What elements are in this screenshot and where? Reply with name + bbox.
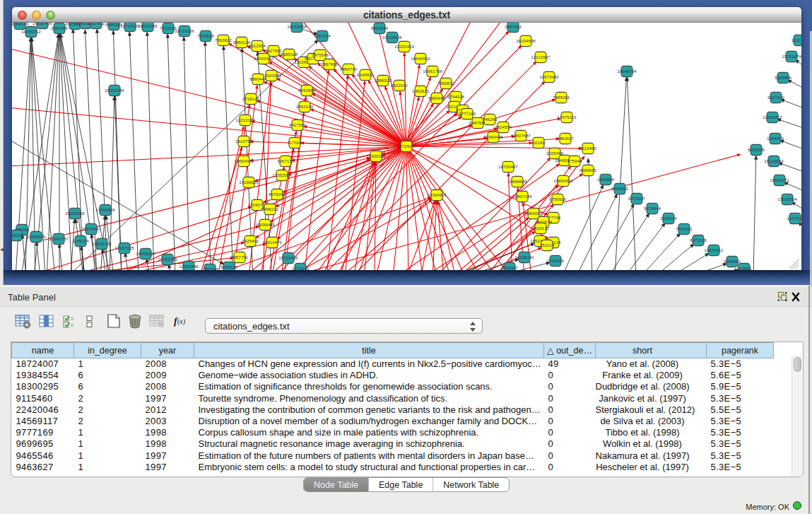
svg-text:9498222: 9498222 <box>261 206 279 211</box>
svg-text:17359928: 17359928 <box>95 207 115 212</box>
svg-text:16961758: 16961758 <box>423 69 442 74</box>
svg-text:9463627: 9463627 <box>557 136 575 141</box>
svg-text:8322032: 8322032 <box>391 83 408 88</box>
svg-text:2091406: 2091406 <box>51 25 69 30</box>
svg-text:6794028: 6794028 <box>447 94 465 99</box>
svg-text:18807249: 18807249 <box>512 194 532 199</box>
svg-text:7832621: 7832621 <box>676 226 693 231</box>
svg-text:1610755: 1610755 <box>235 139 253 144</box>
svg-text:7625402: 7625402 <box>242 238 259 243</box>
svg-text:1733427: 1733427 <box>501 265 519 270</box>
svg-text:9146821: 9146821 <box>357 72 375 77</box>
svg-text:18640910: 18640910 <box>411 56 430 61</box>
svg-text:2718126: 2718126 <box>242 96 260 101</box>
svg-text:10975867: 10975867 <box>81 226 101 231</box>
svg-text:17957225: 17957225 <box>114 245 134 250</box>
svg-text:20691406: 20691406 <box>33 23 52 25</box>
svg-text:7485083: 7485083 <box>553 95 570 100</box>
svg-text:20206556: 20206556 <box>65 211 85 216</box>
svg-text:1362615: 1362615 <box>412 88 430 93</box>
svg-text:1733426: 1733426 <box>547 258 565 263</box>
svg-text:8454749: 8454749 <box>340 66 358 71</box>
svg-text:16099489: 16099489 <box>255 222 275 227</box>
svg-text:7955812: 7955812 <box>437 81 455 86</box>
svg-text:15716485: 15716485 <box>278 255 298 260</box>
svg-text:12213303: 12213303 <box>235 117 255 122</box>
svg-text:1615132: 1615132 <box>532 226 550 230</box>
svg-text:13353594: 13353594 <box>272 173 292 177</box>
svg-text:2803144: 2803144 <box>296 104 314 109</box>
svg-text:8990448: 8990448 <box>428 95 446 100</box>
svg-text:1145194: 1145194 <box>72 238 89 243</box>
svg-text:8813054: 8813054 <box>371 25 389 30</box>
svg-text:9777169: 9777169 <box>459 111 476 116</box>
svg-text:9474444: 9474444 <box>644 206 661 211</box>
svg-text:10654933: 10654933 <box>234 158 254 163</box>
svg-text:19218506: 19218506 <box>382 35 402 40</box>
svg-text:18724007: 18724007 <box>396 144 416 148</box>
svg-text:9242848: 9242848 <box>298 88 316 93</box>
svg-text:1571649: 1571649 <box>292 266 310 270</box>
svg-text:924565: 924565 <box>737 266 752 270</box>
svg-text:9329966: 9329966 <box>775 75 792 80</box>
svg-text:17975115: 17975115 <box>557 115 577 119</box>
svg-text:9699695: 9699695 <box>579 168 597 173</box>
svg-text:1527602: 1527602 <box>88 23 105 25</box>
svg-text:8678342: 8678342 <box>269 192 286 197</box>
svg-text:15751074: 15751074 <box>782 54 801 59</box>
svg-text:8471626: 8471626 <box>690 238 707 243</box>
svg-text:7357274: 7357274 <box>314 33 331 38</box>
svg-text:10807487: 10807487 <box>511 133 531 138</box>
svg-text:9084067: 9084067 <box>525 211 543 216</box>
svg-text:9827502: 9827502 <box>265 48 283 53</box>
svg-text:1112734: 1112734 <box>791 37 801 42</box>
svg-text:16914479: 16914479 <box>262 240 282 245</box>
svg-text:1292345: 1292345 <box>201 267 219 270</box>
svg-text:7515536: 7515536 <box>197 33 215 38</box>
svg-text:9245652: 9245652 <box>724 259 741 264</box>
svg-text:3824554: 3824554 <box>495 124 512 129</box>
svg-text:8933923: 8933923 <box>611 186 629 191</box>
svg-text:7663822: 7663822 <box>215 37 233 42</box>
svg-text:9115460: 9115460 <box>579 146 596 151</box>
svg-text:16648784: 16648784 <box>617 69 637 74</box>
svg-text:10543362: 10543362 <box>254 56 273 61</box>
svg-text:17016504: 17016504 <box>777 197 797 201</box>
svg-text:10688609: 10688609 <box>507 179 527 184</box>
svg-text:18720407: 18720407 <box>498 164 518 169</box>
svg-text:2875546: 2875546 <box>312 52 329 57</box>
svg-text:417006: 417006 <box>288 140 302 145</box>
svg-text:10719156: 10719156 <box>175 28 194 33</box>
svg-text:10654112: 10654112 <box>704 247 724 252</box>
svg-text:15692971: 15692971 <box>770 177 789 182</box>
svg-text:(x): (x) <box>177 317 186 326</box>
svg-text:8215955: 8215955 <box>748 147 765 152</box>
svg-text:6879197: 6879197 <box>628 196 646 201</box>
svg-text:9227342: 9227342 <box>767 95 785 100</box>
svg-text:11156829: 11156829 <box>27 234 46 239</box>
svg-text:16033809: 16033809 <box>287 24 307 29</box>
svg-text:3267130: 3267130 <box>277 158 295 163</box>
svg-text:16210643: 16210643 <box>764 158 784 163</box>
svg-text:12213967: 12213967 <box>531 54 551 59</box>
svg-text:10719155: 10719155 <box>120 23 140 28</box>
svg-text:10958107: 10958107 <box>136 251 155 256</box>
svg-text:12923448: 12923448 <box>179 264 199 269</box>
svg-text:9890448: 9890448 <box>249 76 267 81</box>
svg-text:9860124: 9860124 <box>233 40 251 45</box>
svg-text:62160: 62160 <box>532 140 545 145</box>
svg-text:1640954: 1640954 <box>597 177 615 182</box>
svg-text:2867608: 2867608 <box>321 62 339 66</box>
svg-text:9756928: 9756928 <box>549 197 567 201</box>
svg-text:252214: 252214 <box>540 243 555 247</box>
svg-text:9857791: 9857791 <box>231 255 249 259</box>
svg-text:1244419: 1244419 <box>767 136 784 141</box>
svg-text:1167533: 1167533 <box>787 216 801 221</box>
svg-text:19654923: 19654923 <box>553 178 573 183</box>
svg-text:8427552: 8427552 <box>289 122 307 127</box>
svg-text:1588520: 1588520 <box>375 78 392 83</box>
svg-text:18300295: 18300295 <box>366 153 386 158</box>
svg-text:13325419: 13325419 <box>394 44 414 49</box>
svg-text:975944: 975944 <box>567 158 582 163</box>
svg-text:16671355: 16671355 <box>138 23 158 28</box>
